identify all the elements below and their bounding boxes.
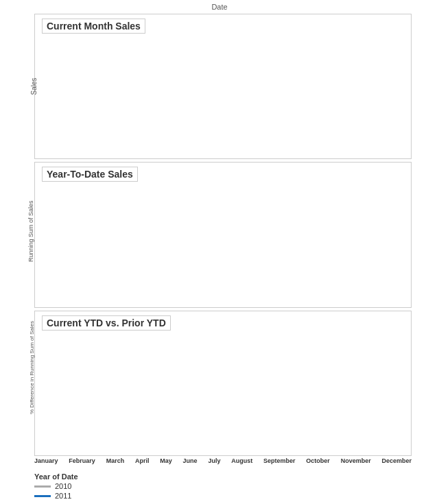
svg-text:-10%: -10% bbox=[46, 422, 59, 429]
chart-panel-1: Current Month Sales Sales $1,000K$800K$6… bbox=[34, 14, 412, 159]
chart-title-3: Current YTD vs. Prior YTD bbox=[42, 315, 171, 331]
legend-label-2011: 2011 bbox=[55, 492, 71, 500]
svg-text:$600K: $600K bbox=[43, 79, 60, 85]
x-month-label: February bbox=[69, 457, 95, 470]
chart-panel-3-wrapper: Current YTD vs. Prior YTD % Difference i… bbox=[0, 309, 439, 457]
chart-svg-3: 30%20%10%0%-10%-20% bbox=[35, 311, 411, 455]
legend-color-2010 bbox=[34, 485, 51, 488]
legend-item-2010: 2010 bbox=[34, 482, 439, 490]
y-axis-label-2: Running Sum of Sales bbox=[27, 207, 34, 262]
svg-text:$0K: $0K bbox=[49, 149, 60, 155]
svg-rect-18 bbox=[62, 35, 404, 152]
legend-area: Year of Date 2010 2011 bbox=[0, 470, 439, 504]
x-month-label: May bbox=[160, 457, 172, 470]
charts-area: Current Month Sales Sales $1,000K$800K$6… bbox=[0, 12, 439, 457]
x-month-label: November bbox=[341, 457, 371, 470]
x-month-label: April bbox=[135, 457, 150, 470]
legend-color-2011 bbox=[34, 495, 51, 497]
x-month-label: September bbox=[263, 457, 296, 470]
svg-text:$4,000K: $4,000K bbox=[38, 219, 59, 226]
date-label: Date bbox=[0, 3, 439, 11]
y-axis-label-3: % Difference in Running Sum of Sales bbox=[29, 352, 35, 414]
svg-text:$200K: $200K bbox=[43, 125, 60, 132]
x-month-label: March bbox=[106, 457, 125, 470]
svg-text:$0K: $0K bbox=[49, 298, 60, 304]
svg-text:$800K: $800K bbox=[43, 56, 60, 62]
x-month-label: August bbox=[231, 457, 252, 470]
legend-item-2011: 2011 bbox=[34, 492, 439, 500]
chart-panel-1-wrapper: Current Month Sales Sales $1,000K$800K$6… bbox=[0, 12, 439, 160]
chart-title-1: Current Month Sales bbox=[42, 19, 145, 34]
chart-panel-2: Year-To-Date Sales Running Sum of Sales … bbox=[34, 162, 412, 307]
chart-panel-3: Current YTD vs. Prior YTD % Difference i… bbox=[34, 311, 412, 456]
x-month-label: December bbox=[381, 457, 412, 470]
chart-title-2: Year-To-Date Sales bbox=[42, 167, 138, 182]
x-month-label: July bbox=[208, 457, 220, 470]
svg-text:-20%: -20% bbox=[46, 446, 59, 452]
chart-panel-2-wrapper: Year-To-Date Sales Running Sum of Sales … bbox=[0, 160, 439, 309]
chart-svg-1: $1,000K$800K$600K$400K$200K$0K bbox=[35, 14, 411, 158]
y-axis-label-1: Sales bbox=[30, 59, 38, 114]
legend-label-2010: 2010 bbox=[55, 482, 71, 490]
x-month-label: October bbox=[306, 457, 330, 470]
svg-text:20%: 20% bbox=[48, 352, 59, 359]
svg-text:$400K: $400K bbox=[43, 102, 60, 108]
svg-text:10%: 10% bbox=[48, 376, 59, 382]
x-axis-months: JanuaryFebruaryMarchAprilMayJuneJulyAugu… bbox=[34, 457, 412, 470]
legend-title: Year of Date bbox=[34, 472, 439, 481]
x-month-label: January bbox=[34, 457, 58, 470]
main-container: Date Current Month Sales Sales $1,000K$8… bbox=[0, 0, 439, 504]
x-month-label: June bbox=[183, 457, 198, 470]
svg-text:$2,000K: $2,000K bbox=[38, 259, 59, 265]
svg-text:0%: 0% bbox=[51, 399, 59, 405]
chart-svg-2: $6,000K$4,000K$2,000K$0K bbox=[35, 163, 411, 307]
